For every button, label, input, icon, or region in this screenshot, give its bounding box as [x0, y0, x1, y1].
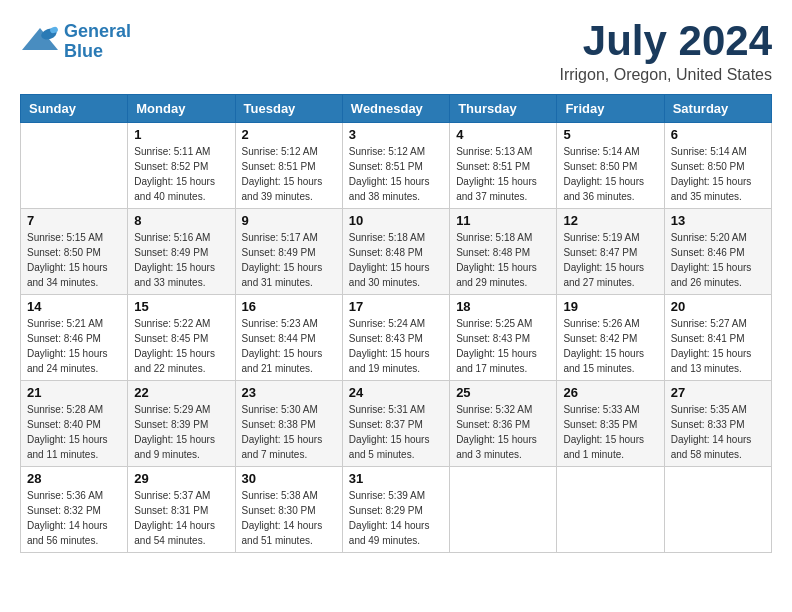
calendar-cell: 22Sunrise: 5:29 AM Sunset: 8:39 PM Dayli…: [128, 381, 235, 467]
logo-line2: Blue: [64, 41, 103, 61]
day-number: 29: [134, 471, 228, 486]
day-info: Sunrise: 5:17 AM Sunset: 8:49 PM Dayligh…: [242, 230, 336, 290]
calendar-week-row: 1Sunrise: 5:11 AM Sunset: 8:52 PM Daylig…: [21, 123, 772, 209]
logo-icon: [20, 20, 60, 60]
page: General Blue July 2024 Irrigon, Oregon, …: [0, 0, 792, 563]
weekday-header: Sunday: [21, 95, 128, 123]
day-info: Sunrise: 5:30 AM Sunset: 8:38 PM Dayligh…: [242, 402, 336, 462]
day-number: 20: [671, 299, 765, 314]
calendar-cell: 3Sunrise: 5:12 AM Sunset: 8:51 PM Daylig…: [342, 123, 449, 209]
calendar-week-row: 7Sunrise: 5:15 AM Sunset: 8:50 PM Daylig…: [21, 209, 772, 295]
calendar-cell: 7Sunrise: 5:15 AM Sunset: 8:50 PM Daylig…: [21, 209, 128, 295]
day-info: Sunrise: 5:13 AM Sunset: 8:51 PM Dayligh…: [456, 144, 550, 204]
day-number: 3: [349, 127, 443, 142]
calendar-cell: 18Sunrise: 5:25 AM Sunset: 8:43 PM Dayli…: [450, 295, 557, 381]
header: General Blue July 2024 Irrigon, Oregon, …: [20, 20, 772, 84]
day-info: Sunrise: 5:20 AM Sunset: 8:46 PM Dayligh…: [671, 230, 765, 290]
calendar-cell: 23Sunrise: 5:30 AM Sunset: 8:38 PM Dayli…: [235, 381, 342, 467]
day-info: Sunrise: 5:26 AM Sunset: 8:42 PM Dayligh…: [563, 316, 657, 376]
day-number: 9: [242, 213, 336, 228]
day-info: Sunrise: 5:32 AM Sunset: 8:36 PM Dayligh…: [456, 402, 550, 462]
day-info: Sunrise: 5:18 AM Sunset: 8:48 PM Dayligh…: [456, 230, 550, 290]
calendar-cell: 10Sunrise: 5:18 AM Sunset: 8:48 PM Dayli…: [342, 209, 449, 295]
day-number: 22: [134, 385, 228, 400]
day-info: Sunrise: 5:36 AM Sunset: 8:32 PM Dayligh…: [27, 488, 121, 548]
calendar-cell: 4Sunrise: 5:13 AM Sunset: 8:51 PM Daylig…: [450, 123, 557, 209]
day-info: Sunrise: 5:23 AM Sunset: 8:44 PM Dayligh…: [242, 316, 336, 376]
day-info: Sunrise: 5:31 AM Sunset: 8:37 PM Dayligh…: [349, 402, 443, 462]
weekday-header: Wednesday: [342, 95, 449, 123]
calendar-week-row: 21Sunrise: 5:28 AM Sunset: 8:40 PM Dayli…: [21, 381, 772, 467]
title-block: July 2024 Irrigon, Oregon, United States: [559, 20, 772, 84]
day-number: 30: [242, 471, 336, 486]
day-info: Sunrise: 5:19 AM Sunset: 8:47 PM Dayligh…: [563, 230, 657, 290]
day-number: 21: [27, 385, 121, 400]
day-number: 7: [27, 213, 121, 228]
day-info: Sunrise: 5:22 AM Sunset: 8:45 PM Dayligh…: [134, 316, 228, 376]
calendar-header-row: SundayMondayTuesdayWednesdayThursdayFrid…: [21, 95, 772, 123]
day-number: 13: [671, 213, 765, 228]
day-number: 11: [456, 213, 550, 228]
calendar-cell: 14Sunrise: 5:21 AM Sunset: 8:46 PM Dayli…: [21, 295, 128, 381]
day-info: Sunrise: 5:21 AM Sunset: 8:46 PM Dayligh…: [27, 316, 121, 376]
day-number: 14: [27, 299, 121, 314]
logo-text: General Blue: [64, 22, 131, 62]
weekday-header: Thursday: [450, 95, 557, 123]
day-info: Sunrise: 5:16 AM Sunset: 8:49 PM Dayligh…: [134, 230, 228, 290]
day-number: 8: [134, 213, 228, 228]
day-info: Sunrise: 5:15 AM Sunset: 8:50 PM Dayligh…: [27, 230, 121, 290]
day-number: 28: [27, 471, 121, 486]
day-number: 24: [349, 385, 443, 400]
calendar-cell: 2Sunrise: 5:12 AM Sunset: 8:51 PM Daylig…: [235, 123, 342, 209]
day-info: Sunrise: 5:35 AM Sunset: 8:33 PM Dayligh…: [671, 402, 765, 462]
day-number: 25: [456, 385, 550, 400]
calendar-cell: 28Sunrise: 5:36 AM Sunset: 8:32 PM Dayli…: [21, 467, 128, 553]
day-number: 16: [242, 299, 336, 314]
calendar-cell: 26Sunrise: 5:33 AM Sunset: 8:35 PM Dayli…: [557, 381, 664, 467]
calendar-cell: [557, 467, 664, 553]
day-info: Sunrise: 5:25 AM Sunset: 8:43 PM Dayligh…: [456, 316, 550, 376]
day-number: 17: [349, 299, 443, 314]
day-number: 2: [242, 127, 336, 142]
calendar-week-row: 14Sunrise: 5:21 AM Sunset: 8:46 PM Dayli…: [21, 295, 772, 381]
day-number: 10: [349, 213, 443, 228]
day-number: 4: [456, 127, 550, 142]
location-title: Irrigon, Oregon, United States: [559, 66, 772, 84]
day-info: Sunrise: 5:33 AM Sunset: 8:35 PM Dayligh…: [563, 402, 657, 462]
day-number: 23: [242, 385, 336, 400]
day-info: Sunrise: 5:14 AM Sunset: 8:50 PM Dayligh…: [563, 144, 657, 204]
logo: General Blue: [20, 20, 131, 64]
calendar-cell: 21Sunrise: 5:28 AM Sunset: 8:40 PM Dayli…: [21, 381, 128, 467]
calendar-cell: 12Sunrise: 5:19 AM Sunset: 8:47 PM Dayli…: [557, 209, 664, 295]
month-title: July 2024: [559, 20, 772, 62]
calendar-cell: [21, 123, 128, 209]
weekday-header: Saturday: [664, 95, 771, 123]
calendar-cell: 13Sunrise: 5:20 AM Sunset: 8:46 PM Dayli…: [664, 209, 771, 295]
calendar-cell: 29Sunrise: 5:37 AM Sunset: 8:31 PM Dayli…: [128, 467, 235, 553]
calendar-cell: 24Sunrise: 5:31 AM Sunset: 8:37 PM Dayli…: [342, 381, 449, 467]
calendar-cell: 30Sunrise: 5:38 AM Sunset: 8:30 PM Dayli…: [235, 467, 342, 553]
weekday-header: Tuesday: [235, 95, 342, 123]
calendar-cell: 17Sunrise: 5:24 AM Sunset: 8:43 PM Dayli…: [342, 295, 449, 381]
day-info: Sunrise: 5:39 AM Sunset: 8:29 PM Dayligh…: [349, 488, 443, 548]
calendar-cell: 15Sunrise: 5:22 AM Sunset: 8:45 PM Dayli…: [128, 295, 235, 381]
day-info: Sunrise: 5:29 AM Sunset: 8:39 PM Dayligh…: [134, 402, 228, 462]
day-number: 26: [563, 385, 657, 400]
calendar-cell: 6Sunrise: 5:14 AM Sunset: 8:50 PM Daylig…: [664, 123, 771, 209]
calendar-cell: 31Sunrise: 5:39 AM Sunset: 8:29 PM Dayli…: [342, 467, 449, 553]
day-info: Sunrise: 5:28 AM Sunset: 8:40 PM Dayligh…: [27, 402, 121, 462]
calendar-cell: 1Sunrise: 5:11 AM Sunset: 8:52 PM Daylig…: [128, 123, 235, 209]
day-info: Sunrise: 5:12 AM Sunset: 8:51 PM Dayligh…: [242, 144, 336, 204]
calendar-cell: 11Sunrise: 5:18 AM Sunset: 8:48 PM Dayli…: [450, 209, 557, 295]
calendar-cell: [664, 467, 771, 553]
day-number: 15: [134, 299, 228, 314]
calendar-cell: 20Sunrise: 5:27 AM Sunset: 8:41 PM Dayli…: [664, 295, 771, 381]
weekday-header: Friday: [557, 95, 664, 123]
day-info: Sunrise: 5:11 AM Sunset: 8:52 PM Dayligh…: [134, 144, 228, 204]
day-info: Sunrise: 5:14 AM Sunset: 8:50 PM Dayligh…: [671, 144, 765, 204]
day-info: Sunrise: 5:18 AM Sunset: 8:48 PM Dayligh…: [349, 230, 443, 290]
logo-line1: General: [64, 21, 131, 41]
day-number: 19: [563, 299, 657, 314]
day-info: Sunrise: 5:27 AM Sunset: 8:41 PM Dayligh…: [671, 316, 765, 376]
calendar-cell: [450, 467, 557, 553]
